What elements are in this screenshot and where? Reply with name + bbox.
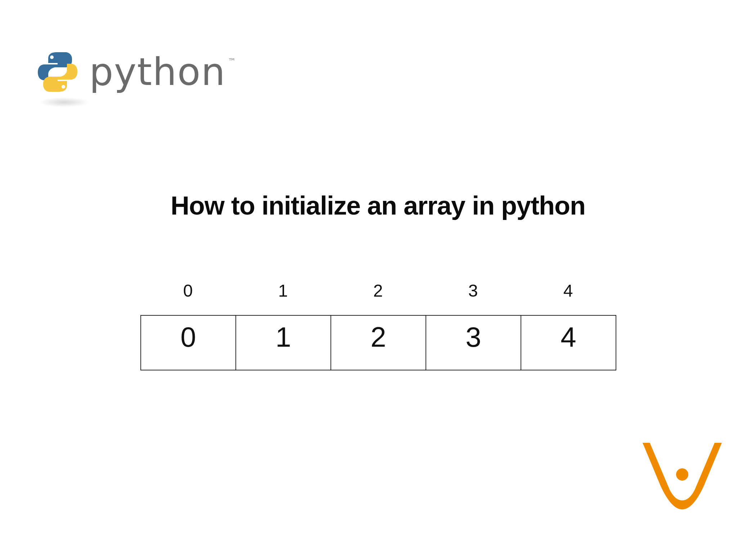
svg-point-1 bbox=[62, 85, 65, 89]
brand-person-icon bbox=[641, 443, 724, 515]
python-logo-icon bbox=[36, 50, 79, 94]
svg-point-0 bbox=[50, 55, 54, 59]
array-index: 2 bbox=[330, 281, 426, 301]
array-cell: 3 bbox=[426, 316, 521, 370]
slide-canvas: python™ How to initialize an array in py… bbox=[0, 0, 756, 540]
svg-point-2 bbox=[676, 468, 688, 481]
python-wordmark: python™ bbox=[89, 53, 234, 91]
python-logo: python™ bbox=[36, 50, 234, 94]
array-cell: 2 bbox=[331, 316, 426, 370]
array-cell: 1 bbox=[236, 316, 331, 370]
array-cell: 0 bbox=[141, 316, 236, 370]
trademark-symbol: ™ bbox=[228, 57, 237, 66]
array-cells-row: 0 1 2 3 4 bbox=[140, 315, 616, 370]
array-index: 1 bbox=[235, 281, 330, 301]
array-cell: 4 bbox=[521, 316, 616, 370]
python-word-text: python bbox=[89, 50, 226, 94]
logo-shadow bbox=[39, 97, 89, 107]
array-diagram: 0 1 2 3 4 0 1 2 3 4 bbox=[140, 281, 616, 370]
array-index: 4 bbox=[521, 281, 616, 301]
array-index-row: 0 1 2 3 4 bbox=[140, 281, 616, 301]
slide-title: How to initialize an array in python bbox=[0, 191, 756, 220]
array-index: 0 bbox=[140, 281, 235, 301]
array-index: 3 bbox=[426, 281, 521, 301]
